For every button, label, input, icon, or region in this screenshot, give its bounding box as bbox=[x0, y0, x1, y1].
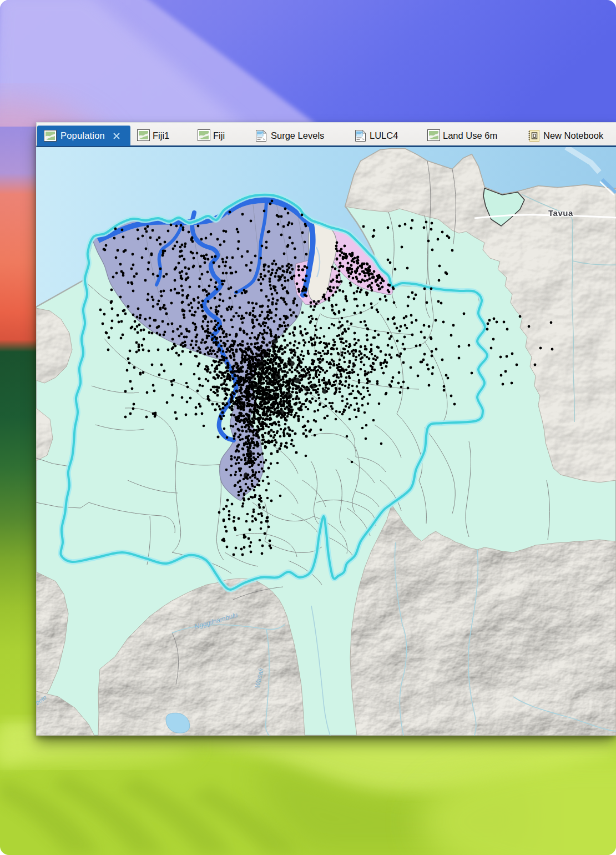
svg-text:Tavua: Tavua bbox=[548, 208, 573, 218]
